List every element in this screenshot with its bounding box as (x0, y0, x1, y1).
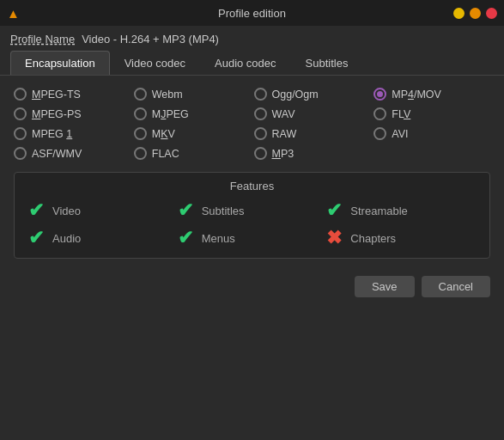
radio-label-wav: WAV (272, 108, 295, 120)
radio-label-mkv: MKV (152, 128, 175, 140)
radio-label-mjpeg: MJPEG (152, 108, 189, 120)
feature-label-subtitles: Subtitles (202, 205, 245, 217)
radio-mpeg-ts[interactable]: MPEG-TS (14, 88, 131, 101)
features-grid: ✔ Video ✔ Subtitles ✔ Streamable ✔ Audio… (28, 201, 476, 248)
radio-label-flac: FLAC (152, 148, 179, 160)
features-title: Features (28, 180, 476, 192)
radio-label-asf-wmv: ASF/WMV (32, 148, 82, 160)
radio-circle-mpeg-ps (14, 107, 27, 120)
tabs-bar: Encapsulation Video codec Audio codec Su… (0, 51, 504, 76)
radio-circle-mjpeg (134, 107, 147, 120)
radio-circle-mp3 (254, 147, 267, 160)
app-icon: ▲ (7, 6, 20, 21)
radio-label-mpeg-1: MPEG 1 (32, 128, 72, 140)
radio-circle-avi (373, 127, 386, 140)
features-box: Features ✔ Video ✔ Subtitles ✔ Streamabl… (14, 172, 490, 259)
radio-asf-wmv[interactable]: ASF/WMV (14, 147, 131, 160)
feature-label-video: Video (52, 205, 81, 217)
title-bar: ▲ Profile edition (0, 0, 504, 26)
check-icon-streamable: ✔ (326, 201, 342, 220)
radio-circle-raw (254, 127, 267, 140)
radio-mjpeg[interactable]: MJPEG (134, 107, 251, 120)
footer: Save Cancel (0, 267, 504, 306)
feature-video: ✔ Video (28, 201, 178, 220)
profile-row: Profile Name Video - H.264 + MP3 (MP4) (0, 26, 504, 51)
radio-circle-asf-wmv (14, 147, 27, 160)
radio-circle-webm (134, 88, 147, 101)
tab-content: MPEG-TS Webm Ogg/Ogm MP4/MOV MPEG-PS MJP… (0, 76, 504, 267)
cross-icon-chapters: ✖ (326, 229, 342, 248)
title-bar-title: Profile edition (218, 7, 286, 20)
title-bar-right-controls[interactable] (453, 8, 497, 19)
check-icon-video: ✔ (28, 201, 44, 220)
tab-audio-codec[interactable]: Audio codec (200, 51, 291, 75)
feature-subtitles: ✔ Subtitles (178, 201, 327, 220)
close-button[interactable] (486, 8, 497, 19)
radio-mp3[interactable]: MP3 (254, 147, 371, 160)
profile-name-value: Video - H.264 + MP3 (MP4) (82, 33, 219, 46)
radio-mp4-mov[interactable]: MP4/MOV (373, 88, 490, 101)
radio-webm[interactable]: Webm (134, 88, 251, 101)
feature-chapters: ✖ Chapters (326, 229, 476, 248)
radio-label-mpeg-ps: MPEG-PS (32, 108, 82, 120)
feature-audio: ✔ Audio (28, 229, 178, 248)
check-icon-menus: ✔ (178, 229, 193, 248)
title-bar-left-controls: ▲ (7, 6, 20, 21)
radio-circle-wav (254, 107, 267, 120)
minimize-button[interactable] (453, 8, 465, 19)
radio-flv[interactable]: FLV (373, 107, 490, 120)
radio-raw[interactable]: RAW (254, 127, 371, 140)
maximize-button[interactable] (470, 8, 481, 19)
feature-label-menus: Menus (202, 232, 235, 245)
radio-avi[interactable]: AVI (373, 127, 490, 140)
radio-mpeg-1[interactable]: MPEG 1 (14, 127, 131, 140)
tab-encapsulation[interactable]: Encapsulation (10, 51, 110, 75)
radio-circle-mpeg-ts (14, 88, 27, 101)
radio-label-flv: FLV (392, 108, 410, 120)
radio-mpeg-ps[interactable]: MPEG-PS (14, 107, 131, 120)
radio-label-ogg-ogm: Ogg/Ogm (272, 89, 319, 101)
radio-circle-flv (373, 107, 386, 120)
radio-wav[interactable]: WAV (254, 107, 371, 120)
radio-label-mp3: MP3 (272, 148, 295, 160)
radio-label-mp4-mov: MP4/MOV (392, 89, 441, 101)
radio-circle-ogg-ogm (254, 88, 267, 101)
radio-circle-mp4-mov (373, 88, 386, 101)
radio-placeholder (373, 147, 490, 160)
radio-circle-mpeg-1 (14, 127, 27, 140)
radio-circle-mkv (134, 127, 147, 140)
radio-mkv[interactable]: MKV (134, 127, 251, 140)
radio-label-raw: RAW (272, 128, 297, 140)
tab-video-codec[interactable]: Video codec (110, 51, 200, 75)
cancel-button[interactable]: Cancel (422, 276, 490, 297)
feature-label-chapters: Chapters (350, 232, 396, 245)
radio-grid: MPEG-TS Webm Ogg/Ogm MP4/MOV MPEG-PS MJP… (14, 88, 490, 160)
feature-label-audio: Audio (52, 232, 81, 245)
radio-flac[interactable]: FLAC (134, 147, 251, 160)
radio-label-avi: AVI (392, 128, 408, 140)
feature-label-streamable: Streamable (350, 205, 407, 217)
radio-label-mpeg-ts: MPEG-TS (32, 89, 81, 101)
check-icon-subtitles: ✔ (178, 201, 193, 220)
profile-name-label: Profile Name (10, 33, 75, 46)
check-icon-audio: ✔ (28, 229, 44, 248)
radio-label-webm: Webm (152, 89, 183, 101)
feature-menus: ✔ Menus (178, 229, 327, 248)
tab-subtitles[interactable]: Subtitles (291, 51, 363, 75)
save-button[interactable]: Save (355, 276, 415, 297)
feature-streamable: ✔ Streamable (326, 201, 476, 220)
radio-circle-flac (134, 147, 147, 160)
radio-ogg-ogm[interactable]: Ogg/Ogm (254, 88, 371, 101)
